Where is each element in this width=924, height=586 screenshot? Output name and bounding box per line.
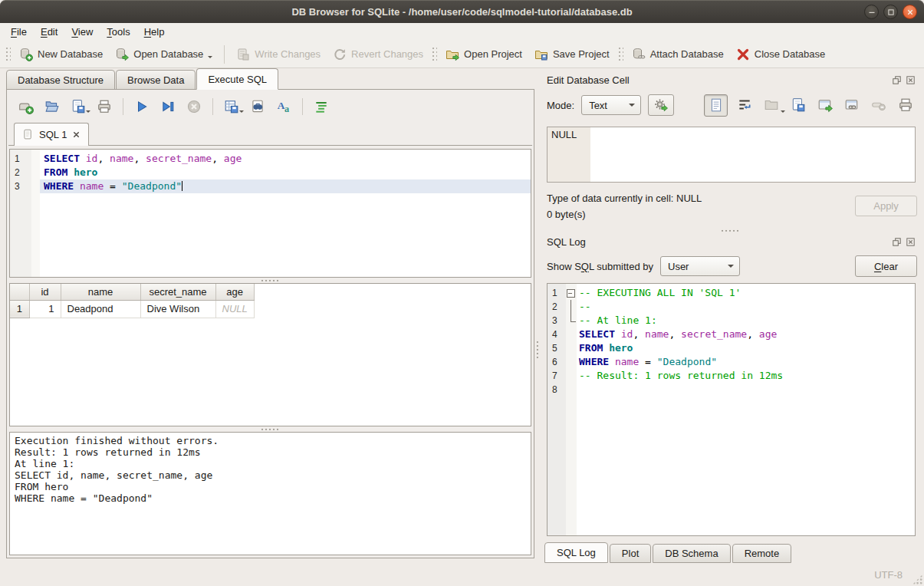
toolbar-button-close-database[interactable]: Close Database	[730, 44, 832, 64]
column-header-name[interactable]: name	[61, 284, 140, 300]
toolbar-handle[interactable]	[618, 47, 623, 62]
cell-id[interactable]: 1	[29, 300, 61, 318]
row-header[interactable]: 1	[10, 300, 29, 318]
edit-cell-title: Edit Database Cell	[547, 74, 892, 86]
filter-value: User	[668, 261, 689, 272]
toolbar-button-open-database[interactable]: Open Database	[109, 44, 219, 64]
cell-secret-name[interactable]: Dive Wilson	[140, 300, 215, 318]
column-header-age[interactable]: age	[215, 284, 254, 300]
find-button[interactable]	[249, 98, 266, 115]
log-filter-row: Show SQL submitted by User Clear	[547, 255, 917, 277]
log-line-8: 8	[547, 383, 915, 397]
print-button[interactable]	[96, 98, 113, 115]
splitter-docks[interactable]	[544, 228, 917, 233]
menu-item-view[interactable]: View	[64, 25, 100, 39]
toolbar-button-attach-database[interactable]: Attach Database	[626, 44, 730, 64]
format-sql-button[interactable]: Aa	[275, 98, 292, 115]
message-line-4: SELECT id, name, secret_name, age	[15, 469, 526, 481]
app-window: DB Browser for SQLite - /home/user/code/…	[0, 0, 924, 586]
cell-name[interactable]: Deadpond	[61, 300, 140, 318]
cell-value-editor[interactable]: NULL	[547, 127, 916, 183]
chevron-down-icon[interactable]	[86, 110, 90, 115]
word-wrap-button[interactable]	[735, 95, 755, 115]
print-cell-icon	[898, 97, 913, 113]
main-toolbar: New DatabaseOpen DatabaseWrite ChangesRe…	[0, 41, 924, 68]
toolbar-button-save-project[interactable]: Save Project	[528, 44, 616, 64]
import-file-icon	[764, 97, 779, 113]
close-button[interactable]	[903, 5, 917, 19]
float-dock-icon[interactable]	[892, 237, 902, 247]
tab-database-structure[interactable]: Database Structure	[6, 70, 115, 90]
line-number: 3	[547, 314, 566, 328]
dock-tab-sql-log[interactable]: SQL Log	[544, 542, 608, 563]
toolbar-button-open-project[interactable]: Open Project	[439, 44, 528, 64]
menu-item-help[interactable]: Help	[137, 25, 172, 39]
close-dock-icon[interactable]	[906, 75, 916, 85]
execution-message[interactable]: Execution finished without errors.Result…	[9, 432, 531, 555]
cell-value-body[interactable]	[590, 127, 915, 182]
fold-margin	[566, 369, 577, 383]
code-line: -- Result: 1 rows returned in 12ms	[577, 369, 915, 383]
execute-line-icon	[160, 99, 176, 114]
menu-bar: FileEditViewToolsHelp	[0, 23, 924, 41]
sql-log-dock-header: SQL Log	[544, 233, 917, 250]
menu-item-tools[interactable]: Tools	[100, 25, 136, 39]
maximize-button[interactable]	[883, 5, 898, 19]
resize-grip[interactable]	[912, 574, 922, 584]
clear-button[interactable]: Clear	[855, 255, 917, 277]
toolbar-handle[interactable]	[5, 47, 11, 62]
open-external-button[interactable]	[815, 95, 835, 115]
wrap-lines-button[interactable]	[313, 98, 330, 115]
float-dock-icon[interactable]	[892, 75, 902, 85]
column-header-id[interactable]: id	[29, 284, 61, 300]
svg-text:a: a	[284, 104, 289, 114]
toolbar-button-new-database[interactable]: New Database	[13, 44, 109, 64]
sql-log-view[interactable]: 1-- EXECUTING ALL IN 'SQL 1'2--3-- At li…	[547, 283, 916, 536]
dock-tab-plot[interactable]: Plot	[610, 544, 651, 563]
splitter-main[interactable]	[534, 68, 541, 563]
menu-item-edit[interactable]: Edit	[34, 25, 64, 39]
tab-execute-sql[interactable]: Execute SQL	[196, 68, 278, 90]
close-dock-icon[interactable]	[906, 237, 916, 247]
attach-database-icon	[632, 48, 646, 61]
line-number: 5	[547, 341, 566, 355]
minimize-button[interactable]	[864, 5, 879, 19]
mode-select[interactable]: Text	[581, 95, 641, 115]
line-number: 2	[547, 300, 566, 314]
print-cell-button[interactable]	[896, 95, 916, 115]
open-sql-file-button[interactable]	[44, 98, 61, 115]
splitter-editor-results[interactable]	[8, 278, 532, 283]
new-tab-button[interactable]	[18, 98, 35, 115]
results-table: idnamesecret_nameage11DeadpondDive Wilso…	[10, 284, 255, 318]
save-sql-file-button[interactable]	[70, 98, 87, 115]
close-tab-icon[interactable]	[72, 130, 81, 139]
execute-line-button[interactable]	[159, 98, 176, 115]
find-icon	[250, 99, 265, 114]
execute-sql-panel: Aa SQL 1 1SELECT id, name, secret_name, …	[6, 89, 534, 558]
cell-age[interactable]: NULL	[215, 300, 254, 318]
dock-tab-remote[interactable]: Remote	[732, 544, 792, 563]
fold-margin	[566, 286, 577, 300]
log-line-5: 5FROM hero	[547, 341, 915, 355]
open-sql-file-icon	[44, 99, 60, 114]
message-line-6: WHERE name = "Deadpond"	[15, 492, 526, 504]
dock-tab-db-schema[interactable]: DB Schema	[653, 544, 730, 563]
link-data-button[interactable]	[842, 95, 862, 115]
save-results-button[interactable]	[223, 98, 240, 115]
log-filter-select[interactable]: User	[660, 256, 740, 276]
tab-browse-data[interactable]: Browse Data	[116, 70, 196, 90]
column-header-secret-name[interactable]: secret_name	[140, 284, 215, 300]
toolbar-handle[interactable]	[432, 47, 437, 62]
chevron-down-icon[interactable]	[239, 110, 244, 115]
text-mode-button[interactable]	[704, 94, 728, 117]
sql-editor[interactable]: 1SELECT id, name, secret_name, age2FROM …	[9, 149, 531, 278]
execute-all-button[interactable]	[133, 98, 150, 115]
chevron-down-icon[interactable]	[208, 56, 212, 61]
message-line-3: At line 1:	[15, 458, 526, 469]
splitter-results-message[interactable]	[8, 426, 532, 432]
results-corner-cell[interactable]	[10, 284, 29, 300]
import-settings-button[interactable]	[648, 94, 674, 116]
menu-item-file[interactable]: File	[4, 25, 34, 39]
export-file-button[interactable]	[788, 95, 808, 115]
tab-sql-1[interactable]: SQL 1	[14, 123, 89, 146]
